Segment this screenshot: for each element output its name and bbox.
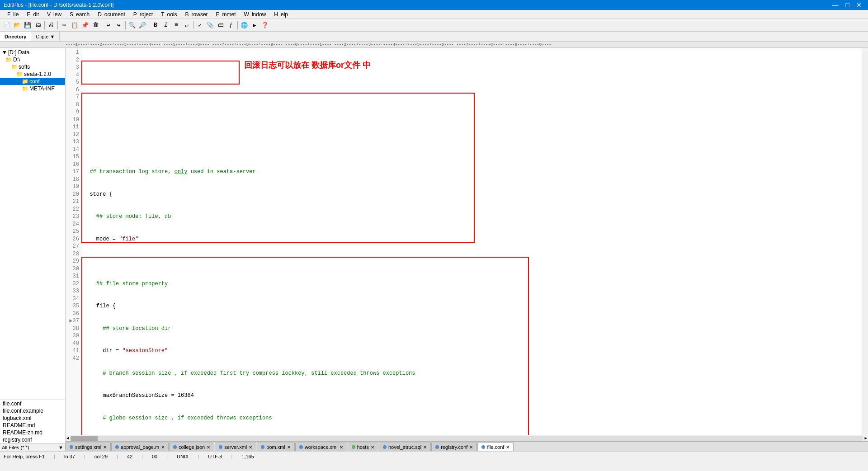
- tab-college-json[interactable]: college.json ✕: [169, 443, 214, 451]
- code-line-12: maxBranchSessionSize = 16384: [83, 392, 860, 400]
- tab-novel-struc-sql[interactable]: novel_struc.sql ✕: [379, 443, 431, 451]
- find-next-button[interactable]: 🔎: [137, 20, 147, 30]
- delete-button[interactable]: 🗑: [90, 20, 100, 30]
- code-line-1: [83, 146, 860, 154]
- spell-button[interactable]: ✓: [195, 20, 205, 30]
- menu-window[interactable]: Window: [239, 11, 269, 18]
- col-button[interactable]: ≡: [171, 20, 181, 30]
- folder-icon: 📁: [16, 71, 23, 77]
- tree-item-conf[interactable]: 📁 conf: [0, 78, 65, 85]
- tab-file-conf[interactable]: file.conf ✕: [477, 443, 514, 451]
- tab-close[interactable]: ✕: [249, 445, 252, 450]
- tab-registry-conf[interactable]: registry.conf ✕: [431, 443, 477, 451]
- tab-pom-xml[interactable]: pom.xml ✕: [257, 443, 295, 451]
- help-text: For Help, press F1: [4, 454, 45, 459]
- paste-button[interactable]: 📌: [80, 20, 90, 30]
- tree-item-d-data[interactable]: ▼ [D:] Data: [0, 49, 65, 56]
- run-button[interactable]: ▶: [250, 20, 259, 30]
- tree-item-meta-inf[interactable]: 📁 META-INF: [0, 85, 65, 92]
- tab-directory[interactable]: Directory: [0, 32, 31, 41]
- maximize-button[interactable]: □: [843, 1, 852, 9]
- file-item-registry-conf[interactable]: registry.conf: [0, 436, 65, 443]
- italic-button[interactable]: I: [161, 20, 171, 30]
- tab-hosts[interactable]: hosts ✕: [348, 443, 378, 451]
- close-button[interactable]: ✕: [854, 1, 864, 9]
- menu-search[interactable]: Search: [64, 11, 92, 18]
- scroll-right-button[interactable]: ▶: [864, 436, 868, 441]
- tab-close[interactable]: ✕: [103, 445, 107, 450]
- scroll-left-button[interactable]: ◀: [66, 436, 70, 441]
- tab-close[interactable]: ✕: [423, 445, 427, 450]
- tab-label: college.json: [179, 444, 205, 450]
- file-item-readme-zh-md[interactable]: README-zh.md: [0, 429, 65, 436]
- menu-emmet[interactable]: Emmet: [211, 11, 239, 18]
- tab-close[interactable]: ✕: [287, 445, 291, 450]
- tab-server-xml[interactable]: server.xml ✕: [215, 443, 256, 451]
- browser-button[interactable]: 🌐: [239, 20, 249, 30]
- tab-cliptext[interactable]: Clipte ▼: [31, 32, 60, 41]
- menu-browser[interactable]: Browser: [180, 11, 211, 18]
- tab-workspace-xml[interactable]: workspace.xml ✕: [295, 443, 347, 451]
- help-button[interactable]: ❓: [260, 20, 270, 30]
- menu-tools[interactable]: Tools: [156, 11, 179, 18]
- annotation-text: 回滚日志可以放在 数据库or文件 中: [244, 61, 371, 69]
- menu-project[interactable]: Project: [128, 11, 156, 18]
- toolbar: 📄 📂 💾 🗂 🖨 ✂ 📋 📌 🗑 ↩ ↪ 🔍 🔎 B I ≡ ↵ ✓ 📎 🗃 …: [0, 19, 868, 32]
- tab-close[interactable]: ✕: [371, 445, 374, 450]
- copy-button[interactable]: 📋: [70, 20, 80, 30]
- horizontal-scrollbar-thumb[interactable]: [71, 436, 98, 441]
- file-item-file-conf[interactable]: file.conf: [0, 400, 65, 407]
- tab-dot: [70, 445, 73, 449]
- file-size: 1,165: [241, 454, 254, 459]
- toolbar-sep-2: [57, 21, 58, 29]
- new-button[interactable]: 📄: [2, 20, 12, 30]
- menu-document[interactable]: Document: [92, 11, 128, 18]
- func-button[interactable]: ƒ: [226, 20, 236, 30]
- save-all-button[interactable]: 🗂: [33, 20, 43, 30]
- tab-close[interactable]: ✕: [469, 445, 473, 450]
- tree-item-seata[interactable]: 📁 seata-1.2.0: [0, 71, 65, 78]
- tree-item-d-root[interactable]: 📁 D:\: [0, 56, 65, 63]
- status-sep-7: |: [231, 454, 232, 459]
- open-button[interactable]: 📂: [12, 20, 22, 30]
- minimize-button[interactable]: —: [830, 1, 841, 9]
- tree-label: META-INF: [29, 85, 55, 92]
- menu-file[interactable]: File: [2, 11, 21, 18]
- tab-close[interactable]: ✕: [340, 445, 343, 450]
- bold-button[interactable]: B: [151, 20, 160, 30]
- menu-view[interactable]: View: [42, 11, 64, 18]
- tab-close[interactable]: ✕: [207, 445, 210, 450]
- cut-button[interactable]: ✂: [59, 20, 69, 30]
- proj-button[interactable]: 🗃: [216, 20, 226, 30]
- menu-edit[interactable]: Edit: [21, 11, 42, 18]
- tab-label: approval_page.m: [121, 444, 159, 450]
- app-title: EditPlus - [file.conf - D:\softs\seata-1…: [4, 2, 113, 8]
- undo-button[interactable]: ↩: [104, 20, 113, 30]
- file-item-file-conf-example[interactable]: file.conf.example: [0, 407, 65, 414]
- find-button[interactable]: 🔍: [127, 20, 137, 30]
- code-content[interactable]: 回滚日志可以放在 数据库or文件 中 ## transaction log st…: [81, 48, 862, 435]
- print-button[interactable]: 🖨: [46, 20, 56, 30]
- code-line-7: ## file store property: [83, 280, 860, 288]
- tab-label: novel_struc.sql: [388, 444, 421, 450]
- vertical-scrollbar[interactable]: [862, 48, 868, 435]
- tab-close[interactable]: ✕: [161, 445, 165, 450]
- code-line-13: # globe session size , if exceeded throw…: [83, 414, 860, 422]
- menu-help[interactable]: Help: [269, 11, 291, 18]
- horizontal-scrollbar-track[interactable]: [71, 436, 863, 441]
- tab-close[interactable]: ✕: [506, 445, 509, 450]
- tree-item-softs[interactable]: 📁 softs: [0, 63, 65, 71]
- file-item-readme-md[interactable]: README.md: [0, 422, 65, 429]
- toolbar-sep-3: [102, 21, 102, 29]
- all-files-dropdown[interactable]: All Files (*.*) ▼: [0, 443, 65, 451]
- file-item-logback-xml[interactable]: logback.xml: [0, 414, 65, 422]
- code-editor[interactable]: 1234567891011121314151617181920212223242…: [66, 48, 868, 435]
- save-button[interactable]: 💾: [23, 20, 33, 30]
- redo-button[interactable]: ↪: [114, 20, 124, 30]
- clip-button[interactable]: 📎: [205, 20, 215, 30]
- tab-settings-xml[interactable]: settings.xml ✕: [66, 443, 111, 451]
- tab-approval-page[interactable]: approval_page.m ✕: [111, 443, 169, 451]
- folder-icon: 📁: [11, 64, 18, 70]
- folder-icon: 📁: [22, 78, 28, 85]
- wrap-button[interactable]: ↵: [182, 20, 192, 30]
